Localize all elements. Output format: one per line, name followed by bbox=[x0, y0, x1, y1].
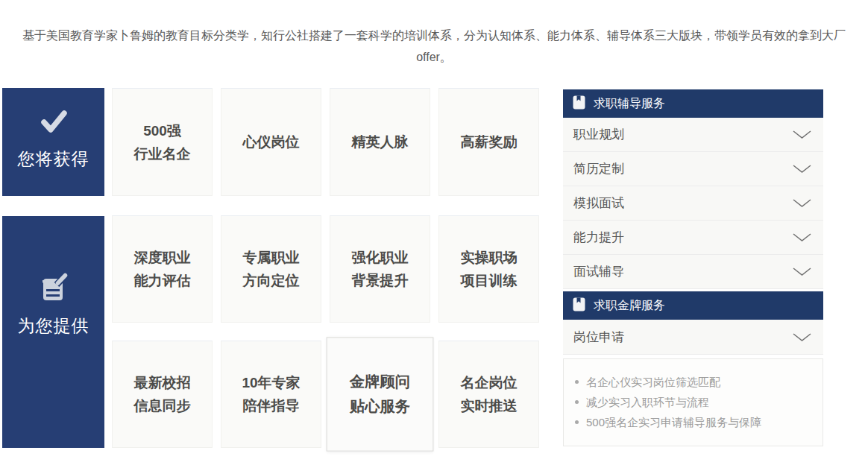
card-text: 精英人脉 bbox=[352, 130, 409, 154]
card-text: 背景提升 bbox=[352, 269, 409, 292]
you-will-get-block: 您将获得 bbox=[2, 88, 104, 196]
accordion-label: 模拟面试 bbox=[573, 194, 624, 212]
card-text: 实时推送 bbox=[461, 394, 518, 417]
chevron-down-icon bbox=[792, 164, 812, 174]
chevron-down-icon bbox=[792, 332, 812, 342]
book-icon bbox=[573, 95, 585, 113]
cards-row-1: 500强行业名企 心仪岗位 精英人脉 高薪奖励 bbox=[112, 88, 539, 196]
check-icon bbox=[37, 107, 70, 139]
card-text: 深度职业 bbox=[134, 246, 191, 269]
feature-card[interactable]: 强化职业背景提升 bbox=[330, 215, 430, 323]
card-text: 行业名企 bbox=[134, 142, 191, 165]
card-text: 实操职场 bbox=[461, 246, 518, 269]
chevron-down-icon bbox=[792, 232, 812, 242]
feature-card[interactable]: 心仪岗位 bbox=[221, 88, 321, 196]
bullet-dot-icon bbox=[575, 380, 579, 384]
section-title: 求职辅导服务 bbox=[594, 96, 665, 112]
accordion-item-job-application[interactable]: 岗位申请 bbox=[563, 320, 823, 355]
services-panel: 求职辅导服务 职业规划 简历定制 模拟面试 能力提升 面试辅导 bbox=[563, 89, 823, 446]
note-text: 名企心仪实习岗位筛选匹配 bbox=[586, 372, 720, 392]
feature-card[interactable]: 精英人脉 bbox=[330, 88, 430, 196]
card-text: 强化职业 bbox=[352, 246, 409, 269]
bullet-dot-icon bbox=[575, 400, 579, 404]
feature-card[interactable]: 最新校招信息同步 bbox=[112, 341, 213, 448]
we-provide-label: 为您提供 bbox=[18, 314, 89, 338]
card-text: 陪伴指导 bbox=[242, 394, 300, 417]
accordion-label: 岗位申请 bbox=[573, 329, 624, 346]
feature-card[interactable]: 名企岗位实时推送 bbox=[438, 341, 539, 448]
card-text: 信息同步 bbox=[134, 394, 191, 417]
section-title: 求职金牌服务 bbox=[594, 298, 665, 314]
card-text: 能力评估 bbox=[134, 269, 191, 292]
card-text: 方向定位 bbox=[243, 269, 300, 292]
list-item: 名企心仪实习岗位筛选匹配 bbox=[575, 372, 817, 392]
cards-row-3: 最新校招信息同步 10年专家陪伴指导 金牌顾问贴心服务 名企岗位实时推送 bbox=[112, 341, 539, 448]
card-text: 金牌顾问 bbox=[350, 370, 410, 394]
section-header-coaching: 求职辅导服务 bbox=[563, 89, 823, 118]
feature-card[interactable]: 高薪奖励 bbox=[438, 88, 539, 196]
note-text: 减少实习入职环节与流程 bbox=[586, 392, 709, 412]
intro-line-2: offer。 bbox=[0, 46, 868, 68]
book-icon bbox=[573, 297, 585, 314]
intro-line-1: 基于美国教育学家卜鲁姆的教育目标分类学，知行公社搭建了一套科学的培训体系，分为认… bbox=[0, 25, 868, 46]
accordion-item-interview-coaching[interactable]: 面试辅导 bbox=[563, 255, 823, 289]
chevron-down-icon bbox=[792, 130, 812, 139]
list-item: 500强名企实习申请辅导服务与保障 bbox=[575, 412, 817, 432]
feature-card[interactable]: 500强行业名企 bbox=[112, 88, 213, 196]
accordion-item-career-planning[interactable]: 职业规划 bbox=[563, 118, 823, 152]
note-text: 500强名企实习申请辅导服务与保障 bbox=[586, 412, 761, 432]
cards-row-2: 深度职业能力评估 专属职业方向定位 强化职业背景提升 实操职场项目训练 bbox=[112, 215, 539, 323]
accordion-label: 面试辅导 bbox=[573, 263, 624, 280]
feature-card[interactable]: 10年专家陪伴指导 bbox=[221, 341, 321, 448]
accordion-label: 能力提升 bbox=[573, 229, 624, 246]
section-header-gold-service: 求职金牌服务 bbox=[563, 291, 823, 320]
chevron-down-icon bbox=[792, 198, 812, 208]
card-text: 最新校招 bbox=[134, 371, 191, 394]
we-provide-block: 为您提供 bbox=[2, 216, 104, 448]
card-text: 贴心服务 bbox=[350, 394, 410, 419]
accordion-item-ability-improvement[interactable]: 能力提升 bbox=[563, 221, 823, 255]
card-text: 500强 bbox=[134, 119, 191, 142]
card-text: 心仪岗位 bbox=[243, 130, 300, 154]
feature-card[interactable]: 专属职业方向定位 bbox=[221, 215, 321, 323]
feature-card-highlighted[interactable]: 金牌顾问贴心服务 bbox=[327, 337, 434, 451]
card-text: 高薪奖励 bbox=[461, 130, 518, 154]
accordion-item-mock-interview[interactable]: 模拟面试 bbox=[563, 186, 823, 221]
you-will-get-label: 您将获得 bbox=[18, 148, 89, 171]
feature-card[interactable]: 深度职业能力评估 bbox=[112, 215, 213, 323]
accordion-label: 简历定制 bbox=[573, 160, 624, 177]
card-text: 10年专家 bbox=[242, 371, 300, 394]
card-text: 项目训练 bbox=[461, 269, 518, 292]
feature-card[interactable]: 实操职场项目训练 bbox=[438, 215, 539, 323]
service-notes-box: 名企心仪实习岗位筛选匹配 减少实习入职环节与流程 500强名企实习申请辅导服务与… bbox=[563, 358, 823, 446]
accordion-item-resume-customization[interactable]: 简历定制 bbox=[563, 152, 823, 186]
card-text: 专属职业 bbox=[243, 246, 300, 269]
chevron-down-icon bbox=[792, 267, 812, 276]
list-item: 减少实习入职环节与流程 bbox=[575, 392, 817, 412]
intro-paragraph: 基于美国教育学家卜鲁姆的教育目标分类学，知行公社搭建了一套科学的培训体系，分为认… bbox=[0, 25, 868, 68]
edit-note-icon bbox=[37, 269, 71, 306]
bullet-dot-icon bbox=[575, 420, 579, 424]
accordion-label: 职业规划 bbox=[573, 126, 624, 143]
card-text: 名企岗位 bbox=[461, 371, 518, 394]
